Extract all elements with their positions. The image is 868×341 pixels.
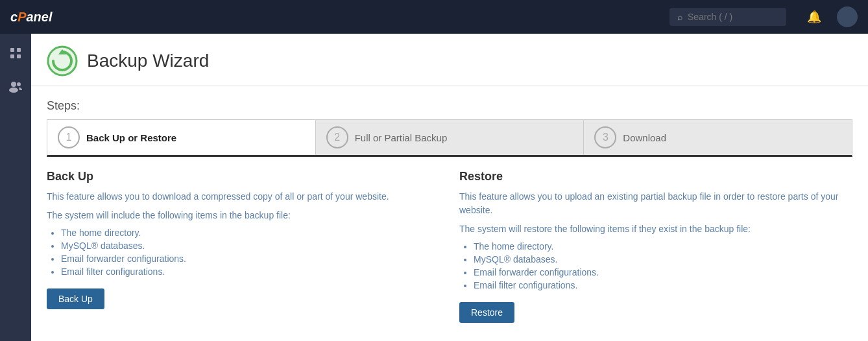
- backup-wizard-icon: [47, 45, 78, 76]
- step-2[interactable]: 2 Full or Partial Backup: [316, 120, 585, 155]
- list-item: MySQL® databases.: [474, 254, 852, 265]
- list-item: Email forwarder configurations.: [474, 267, 852, 277]
- step-3[interactable]: 3 Download: [584, 120, 852, 155]
- steps-bar: 1 Back Up or Restore 2 Full or Partial B…: [47, 119, 852, 157]
- step-3-number: 3: [603, 132, 609, 143]
- step-1-number: 1: [66, 132, 72, 143]
- svg-rect-3: [17, 54, 21, 58]
- backup-column: Back Up This feature allows you to downl…: [47, 170, 440, 323]
- list-item: Email filter configurations.: [474, 280, 852, 290]
- step-3-label: Download: [623, 132, 666, 143]
- restore-button[interactable]: Restore: [459, 302, 514, 323]
- search-icon: ⌕: [677, 12, 682, 22]
- list-item: The home directory.: [61, 228, 440, 238]
- steps-label: Steps:: [47, 99, 852, 113]
- restore-desc1: This feature allows you to upload an exi…: [459, 190, 852, 217]
- step-1[interactable]: 1 Back Up or Restore: [47, 120, 316, 155]
- sidebar-item-users[interactable]: [4, 75, 27, 99]
- header: cPanel ⌕ 🔔: [0, 0, 868, 34]
- backup-list: The home directory. MySQL® databases. Em…: [47, 228, 440, 277]
- step-2-label: Full or Partial Backup: [355, 132, 448, 143]
- svg-rect-0: [10, 48, 14, 52]
- restore-title: Restore: [459, 170, 852, 183]
- page-layout: Backup Wizard Steps: 1 Back Up or Restor…: [0, 34, 868, 341]
- sidebar: [0, 34, 31, 341]
- bell-icon[interactable]: 🔔: [807, 10, 821, 24]
- restore-column: Restore This feature allows you to uploa…: [459, 170, 852, 323]
- avatar[interactable]: [837, 6, 858, 27]
- backup-desc1: This feature allows you to download a co…: [47, 190, 440, 204]
- main-content: Backup Wizard Steps: 1 Back Up or Restor…: [31, 34, 868, 341]
- step-3-circle: 3: [594, 126, 616, 148]
- svg-point-4: [11, 82, 16, 87]
- step-2-number: 2: [334, 132, 340, 143]
- content-area: Back Up This feature allows you to downl…: [31, 157, 868, 336]
- steps-area: Steps: 1 Back Up or Restore 2 Full or Pa…: [31, 86, 868, 157]
- cpanel-logo: cPanel: [10, 10, 53, 25]
- backup-title: Back Up: [47, 170, 440, 183]
- svg-rect-2: [10, 54, 14, 58]
- svg-point-6: [17, 82, 21, 86]
- restore-desc2: The system will restore the following it…: [459, 222, 852, 236]
- backup-desc2: The system will include the following it…: [47, 209, 440, 222]
- page-title: Backup Wizard: [87, 51, 209, 71]
- list-item: MySQL® databases.: [61, 241, 440, 251]
- svg-point-5: [9, 88, 18, 93]
- step-2-circle: 2: [326, 126, 348, 148]
- list-item: The home directory.: [474, 241, 852, 252]
- search-container[interactable]: ⌕: [669, 8, 786, 26]
- page-header: Backup Wizard: [31, 34, 868, 86]
- svg-rect-1: [17, 48, 21, 52]
- sidebar-item-apps[interactable]: [4, 41, 27, 65]
- list-item: Email filter configurations.: [61, 266, 440, 277]
- restore-list: The home directory. MySQL® databases. Em…: [459, 241, 852, 290]
- step-1-circle: 1: [58, 126, 80, 148]
- search-input[interactable]: [688, 12, 766, 22]
- backup-button[interactable]: Back Up: [47, 288, 104, 309]
- list-item: Email forwarder configurations.: [61, 253, 440, 264]
- step-1-label: Back Up or Restore: [86, 132, 176, 143]
